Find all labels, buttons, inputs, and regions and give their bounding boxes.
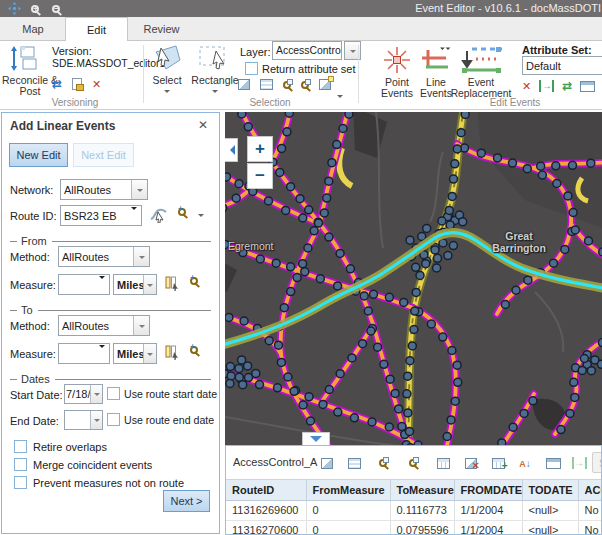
start-date-combobox[interactable]: 7/18/ xyxy=(64,384,103,404)
map-viewport[interactable]: Egremont Great Barrington + − xyxy=(225,112,602,445)
route-zoom-icon[interactable]: + xyxy=(178,208,186,216)
pan-to-selected-icon[interactable] xyxy=(404,454,422,472)
network-value: AllRoutes xyxy=(61,184,131,196)
from-measure-on-map-icon[interactable] xyxy=(165,276,180,291)
from-unit-caret-icon[interactable] xyxy=(143,275,156,294)
end-date-caret-icon[interactable] xyxy=(90,411,102,429)
split-event-icon[interactable] xyxy=(522,80,531,92)
from-measure-combobox[interactable] xyxy=(58,274,110,295)
point-events-button[interactable] xyxy=(383,46,411,74)
collapse-bottom-panel-button[interactable] xyxy=(302,432,330,445)
from-method-caret-icon[interactable] xyxy=(133,247,149,266)
from-unit-value: Miles xyxy=(114,279,143,291)
pan-to-selection-icon[interactable] xyxy=(301,81,309,89)
map-zoom-in-button[interactable]: + xyxy=(247,136,273,162)
ruler-cursor-glyph xyxy=(165,276,180,291)
zoom-to-selection-icon[interactable] xyxy=(283,81,291,89)
new-edit-button[interactable]: New Edit xyxy=(9,143,68,167)
retire-overlaps-checkbox[interactable] xyxy=(14,440,27,453)
clear-selection-icon[interactable]: ✕ xyxy=(462,454,480,472)
start-date-caret-icon[interactable] xyxy=(90,385,102,403)
to-measure-caret-icon[interactable] xyxy=(99,348,109,360)
attribute-set-combobox[interactable]: Default xyxy=(522,56,602,75)
edit-attributes-window-icon[interactable] xyxy=(580,81,595,92)
col-access[interactable]: ACC xyxy=(578,480,601,500)
delete-version-icon[interactable] xyxy=(92,78,101,90)
to-method-combobox[interactable]: AllRoutes xyxy=(58,315,150,336)
magnifier-glyph: + xyxy=(190,346,198,354)
map-zoom-out-button[interactable]: − xyxy=(247,163,273,189)
merge-events-icon[interactable] xyxy=(562,79,572,93)
clear-selection-icon[interactable] xyxy=(319,79,331,90)
use-route-end-date-checkbox[interactable] xyxy=(107,413,120,426)
return-attribute-set-checkbox[interactable] xyxy=(245,62,258,75)
zoom-to-selected-icon[interactable] xyxy=(374,454,392,472)
point-events-icon xyxy=(383,46,411,74)
reconcile-post-button[interactable] xyxy=(10,45,40,72)
rectangle-select-button[interactable] xyxy=(198,44,232,71)
attribute-grid-icon[interactable] xyxy=(434,454,452,472)
version-value: SDE.MASSDOT_editor1 xyxy=(52,58,165,69)
layer-combobox[interactable]: AccessControl_A xyxy=(272,41,342,60)
save-button[interactable]: Save xyxy=(592,452,602,473)
select-records-icon[interactable] xyxy=(318,454,336,472)
identify-window-icon[interactable] xyxy=(544,454,562,472)
tab-edit[interactable]: Edit xyxy=(65,17,128,42)
route-id-caret-icon[interactable] xyxy=(131,210,141,222)
next-button[interactable]: Next > xyxy=(163,490,210,512)
rectangle-dropdown-caret-icon[interactable] xyxy=(212,90,218,96)
col-tomeasure[interactable]: ToMeasure xyxy=(390,480,454,500)
network-combobox[interactable]: AllRoutes xyxy=(60,179,148,200)
line-events-button[interactable] xyxy=(420,46,452,74)
col-routeid[interactable]: RouteID xyxy=(226,480,306,500)
pan-icon[interactable] xyxy=(7,2,21,16)
merge-coincident-events-checkbox[interactable] xyxy=(14,458,27,471)
refresh-version-icon[interactable] xyxy=(52,78,62,90)
next-edit-button[interactable]: Next Edit xyxy=(73,143,134,167)
to-measure-combobox[interactable] xyxy=(58,343,110,364)
use-route-start-date-checkbox[interactable] xyxy=(107,387,120,400)
selection-more-caret-icon[interactable] xyxy=(337,95,343,101)
end-date-combobox[interactable] xyxy=(64,410,103,430)
reconcile-post-label: Reconcile & Post xyxy=(0,75,60,97)
to-zoom-icon[interactable]: + xyxy=(190,346,198,354)
table-row[interactable]: 11316270600 0 0.0795596 1/1/2004 <null> … xyxy=(226,520,601,534)
attribute-table: RouteID FromMeasure ToMeasure FROMDATE T… xyxy=(226,479,601,534)
chevron-left-icon xyxy=(225,145,235,155)
move-event-records-icon[interactable] xyxy=(570,454,588,472)
col-fromdate[interactable]: FROMDATE xyxy=(454,480,522,500)
new-version-icon[interactable] xyxy=(72,78,82,90)
select-route-on-map-icon[interactable] xyxy=(150,206,167,223)
dates-section-legend: Dates xyxy=(10,373,211,385)
collapse-left-panel-button[interactable] xyxy=(225,138,238,162)
close-icon[interactable] xyxy=(198,118,212,132)
col-todate[interactable]: TODATE xyxy=(522,480,578,500)
from-unit-combobox[interactable]: Miles xyxy=(113,274,157,295)
to-method-caret-icon[interactable] xyxy=(133,316,149,335)
select-features-icon[interactable] xyxy=(238,79,250,90)
sort-icon[interactable] xyxy=(516,454,534,472)
from-zoom-icon[interactable]: + xyxy=(190,277,198,285)
to-unit-combobox[interactable]: Miles xyxy=(113,343,157,364)
zoom-in-tool-icon[interactable] xyxy=(28,2,42,16)
to-measure-on-map-icon[interactable] xyxy=(165,345,180,360)
zoom-out-tool-icon[interactable] xyxy=(49,2,63,16)
to-unit-caret-icon[interactable] xyxy=(143,344,156,363)
route-zoom-caret-icon[interactable] xyxy=(198,214,204,220)
route-id-combobox[interactable]: BSR23 EB xyxy=(60,205,142,226)
from-method-combobox[interactable]: AllRoutes xyxy=(58,246,150,267)
prevent-measures-checkbox[interactable] xyxy=(14,476,27,489)
show-selected-rows-icon[interactable] xyxy=(345,454,363,472)
select-button[interactable] xyxy=(152,44,182,71)
add-record-icon[interactable]: + xyxy=(489,454,507,472)
col-frommeasure[interactable]: FromMeasure xyxy=(306,480,390,500)
from-measure-caret-icon[interactable] xyxy=(99,279,109,291)
event-replacement-button[interactable] xyxy=(458,46,504,74)
select-dropdown-caret-icon[interactable] xyxy=(164,90,170,96)
tab-map[interactable]: Map xyxy=(8,17,58,41)
move-event-icon[interactable] xyxy=(539,80,554,92)
table-row[interactable]: 11316269600 0 0.1116773 1/1/2004 <null> … xyxy=(226,500,601,520)
show-selection-records-icon[interactable] xyxy=(260,79,273,90)
tab-review[interactable]: Review xyxy=(133,17,190,41)
network-dropdown-caret-icon[interactable] xyxy=(131,180,147,199)
